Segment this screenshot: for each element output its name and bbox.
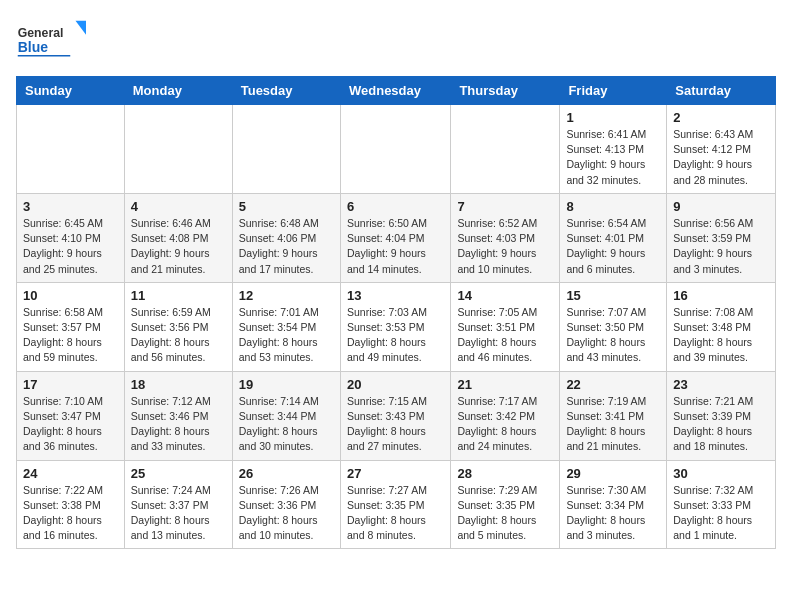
day-number: 7 [457,199,553,214]
day-number: 11 [131,288,226,303]
calendar-cell: 16Sunrise: 7:08 AMSunset: 3:48 PMDayligh… [667,282,776,371]
day-number: 18 [131,377,226,392]
calendar-cell: 14Sunrise: 7:05 AMSunset: 3:51 PMDayligh… [451,282,560,371]
day-number: 15 [566,288,660,303]
day-info: Sunrise: 7:26 AMSunset: 3:36 PMDaylight:… [239,483,334,544]
day-info: Sunrise: 7:17 AMSunset: 3:42 PMDaylight:… [457,394,553,455]
calendar-cell: 11Sunrise: 6:59 AMSunset: 3:56 PMDayligh… [124,282,232,371]
day-number: 1 [566,110,660,125]
day-number: 12 [239,288,334,303]
calendar-cell: 21Sunrise: 7:17 AMSunset: 3:42 PMDayligh… [451,371,560,460]
day-number: 9 [673,199,769,214]
day-info: Sunrise: 6:45 AMSunset: 4:10 PMDaylight:… [23,216,118,277]
day-number: 20 [347,377,444,392]
day-info: Sunrise: 7:27 AMSunset: 3:35 PMDaylight:… [347,483,444,544]
day-info: Sunrise: 7:32 AMSunset: 3:33 PMDaylight:… [673,483,769,544]
calendar-cell: 9Sunrise: 6:56 AMSunset: 3:59 PMDaylight… [667,193,776,282]
calendar-cell: 5Sunrise: 6:48 AMSunset: 4:06 PMDaylight… [232,193,340,282]
day-info: Sunrise: 7:03 AMSunset: 3:53 PMDaylight:… [347,305,444,366]
calendar-cell: 13Sunrise: 7:03 AMSunset: 3:53 PMDayligh… [340,282,450,371]
calendar-cell: 22Sunrise: 7:19 AMSunset: 3:41 PMDayligh… [560,371,667,460]
day-number: 14 [457,288,553,303]
calendar-table: SundayMondayTuesdayWednesdayThursdayFrid… [16,76,776,549]
day-info: Sunrise: 7:14 AMSunset: 3:44 PMDaylight:… [239,394,334,455]
day-info: Sunrise: 6:56 AMSunset: 3:59 PMDaylight:… [673,216,769,277]
day-number: 5 [239,199,334,214]
day-number: 27 [347,466,444,481]
col-header-thursday: Thursday [451,77,560,105]
calendar-cell: 12Sunrise: 7:01 AMSunset: 3:54 PMDayligh… [232,282,340,371]
calendar-week-2: 3Sunrise: 6:45 AMSunset: 4:10 PMDaylight… [17,193,776,282]
col-header-monday: Monday [124,77,232,105]
day-number: 16 [673,288,769,303]
calendar-cell: 19Sunrise: 7:14 AMSunset: 3:44 PMDayligh… [232,371,340,460]
calendar-cell [232,105,340,194]
day-number: 8 [566,199,660,214]
calendar-cell: 1Sunrise: 6:41 AMSunset: 4:13 PMDaylight… [560,105,667,194]
day-number: 17 [23,377,118,392]
day-number: 23 [673,377,769,392]
svg-text:Blue: Blue [18,39,49,55]
day-number: 25 [131,466,226,481]
calendar-cell: 29Sunrise: 7:30 AMSunset: 3:34 PMDayligh… [560,460,667,549]
col-header-wednesday: Wednesday [340,77,450,105]
calendar-cell: 17Sunrise: 7:10 AMSunset: 3:47 PMDayligh… [17,371,125,460]
calendar-cell: 10Sunrise: 6:58 AMSunset: 3:57 PMDayligh… [17,282,125,371]
calendar-cell: 18Sunrise: 7:12 AMSunset: 3:46 PMDayligh… [124,371,232,460]
calendar-cell [451,105,560,194]
day-info: Sunrise: 6:50 AMSunset: 4:04 PMDaylight:… [347,216,444,277]
day-number: 19 [239,377,334,392]
day-info: Sunrise: 7:01 AMSunset: 3:54 PMDaylight:… [239,305,334,366]
col-header-sunday: Sunday [17,77,125,105]
day-number: 3 [23,199,118,214]
day-number: 21 [457,377,553,392]
day-number: 4 [131,199,226,214]
calendar-cell: 8Sunrise: 6:54 AMSunset: 4:01 PMDaylight… [560,193,667,282]
day-info: Sunrise: 7:19 AMSunset: 3:41 PMDaylight:… [566,394,660,455]
day-info: Sunrise: 6:43 AMSunset: 4:12 PMDaylight:… [673,127,769,188]
calendar-cell: 30Sunrise: 7:32 AMSunset: 3:33 PMDayligh… [667,460,776,549]
svg-marker-1 [76,21,87,35]
day-number: 24 [23,466,118,481]
calendar-cell: 23Sunrise: 7:21 AMSunset: 3:39 PMDayligh… [667,371,776,460]
day-info: Sunrise: 6:41 AMSunset: 4:13 PMDaylight:… [566,127,660,188]
calendar-cell: 3Sunrise: 6:45 AMSunset: 4:10 PMDaylight… [17,193,125,282]
calendar-cell [124,105,232,194]
calendar-cell: 24Sunrise: 7:22 AMSunset: 3:38 PMDayligh… [17,460,125,549]
day-info: Sunrise: 7:15 AMSunset: 3:43 PMDaylight:… [347,394,444,455]
day-info: Sunrise: 6:48 AMSunset: 4:06 PMDaylight:… [239,216,334,277]
calendar-cell: 20Sunrise: 7:15 AMSunset: 3:43 PMDayligh… [340,371,450,460]
day-info: Sunrise: 6:58 AMSunset: 3:57 PMDaylight:… [23,305,118,366]
day-info: Sunrise: 6:52 AMSunset: 4:03 PMDaylight:… [457,216,553,277]
day-info: Sunrise: 7:08 AMSunset: 3:48 PMDaylight:… [673,305,769,366]
calendar-cell: 2Sunrise: 6:43 AMSunset: 4:12 PMDaylight… [667,105,776,194]
day-info: Sunrise: 6:54 AMSunset: 4:01 PMDaylight:… [566,216,660,277]
col-header-saturday: Saturday [667,77,776,105]
day-info: Sunrise: 7:24 AMSunset: 3:37 PMDaylight:… [131,483,226,544]
logo: General Blue [16,16,86,64]
calendar-week-3: 10Sunrise: 6:58 AMSunset: 3:57 PMDayligh… [17,282,776,371]
calendar-cell: 15Sunrise: 7:07 AMSunset: 3:50 PMDayligh… [560,282,667,371]
calendar-cell: 25Sunrise: 7:24 AMSunset: 3:37 PMDayligh… [124,460,232,549]
calendar-cell [340,105,450,194]
header: General Blue [16,16,776,64]
day-number: 22 [566,377,660,392]
day-info: Sunrise: 7:30 AMSunset: 3:34 PMDaylight:… [566,483,660,544]
day-number: 29 [566,466,660,481]
calendar-header-row: SundayMondayTuesdayWednesdayThursdayFrid… [17,77,776,105]
day-number: 6 [347,199,444,214]
calendar-cell: 6Sunrise: 6:50 AMSunset: 4:04 PMDaylight… [340,193,450,282]
calendar-cell [17,105,125,194]
day-info: Sunrise: 7:05 AMSunset: 3:51 PMDaylight:… [457,305,553,366]
day-info: Sunrise: 7:21 AMSunset: 3:39 PMDaylight:… [673,394,769,455]
day-number: 10 [23,288,118,303]
day-info: Sunrise: 6:46 AMSunset: 4:08 PMDaylight:… [131,216,226,277]
day-number: 30 [673,466,769,481]
calendar-week-5: 24Sunrise: 7:22 AMSunset: 3:38 PMDayligh… [17,460,776,549]
svg-text:General: General [18,26,64,40]
calendar-cell: 4Sunrise: 6:46 AMSunset: 4:08 PMDaylight… [124,193,232,282]
day-info: Sunrise: 7:07 AMSunset: 3:50 PMDaylight:… [566,305,660,366]
calendar-cell: 27Sunrise: 7:27 AMSunset: 3:35 PMDayligh… [340,460,450,549]
calendar-week-4: 17Sunrise: 7:10 AMSunset: 3:47 PMDayligh… [17,371,776,460]
col-header-tuesday: Tuesday [232,77,340,105]
